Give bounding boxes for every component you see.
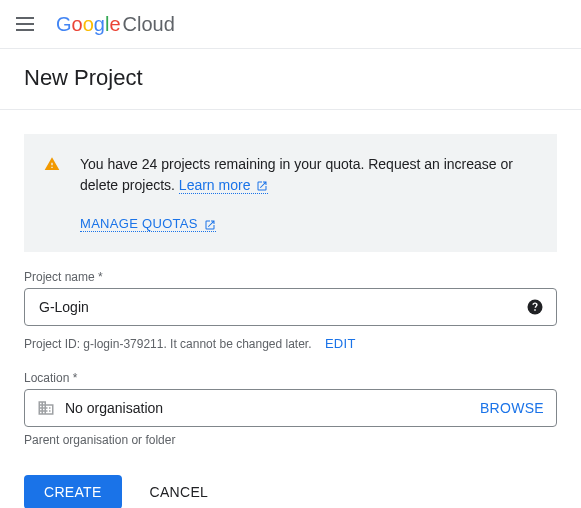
- logo-cloud-text: Cloud: [123, 13, 175, 36]
- manage-quotas-link[interactable]: MANAGE QUOTAS: [80, 216, 216, 232]
- page-title: New Project: [24, 65, 557, 91]
- help-icon[interactable]: [526, 298, 544, 316]
- browse-button[interactable]: BROWSE: [480, 400, 544, 416]
- create-button[interactable]: CREATE: [24, 475, 122, 508]
- quota-notice: You have 24 projects remaining in your q…: [24, 134, 557, 252]
- google-cloud-logo[interactable]: Google Cloud: [56, 13, 175, 36]
- edit-project-id-link[interactable]: EDIT: [325, 336, 356, 351]
- location-label: Location *: [24, 371, 557, 385]
- top-bar: Google Cloud: [0, 0, 581, 48]
- location-helper-text: Parent organisation or folder: [24, 433, 557, 447]
- project-name-input[interactable]: [37, 298, 526, 316]
- menu-icon[interactable]: [16, 12, 40, 36]
- organisation-icon: [37, 399, 55, 417]
- cancel-button[interactable]: CANCEL: [150, 484, 209, 500]
- external-link-icon: [204, 219, 216, 231]
- location-input-wrapper: No organisation BROWSE: [24, 389, 557, 427]
- project-name-input-wrapper: [24, 288, 557, 326]
- project-name-label: Project name *: [24, 270, 557, 284]
- learn-more-link[interactable]: Learn more: [179, 177, 268, 194]
- project-id-line: Project ID: g-login-379211. It cannot be…: [24, 336, 557, 351]
- location-value: No organisation: [65, 400, 480, 416]
- external-link-icon: [256, 180, 268, 192]
- warning-icon: [44, 156, 60, 172]
- quota-notice-text: You have 24 projects remaining in your q…: [80, 156, 513, 193]
